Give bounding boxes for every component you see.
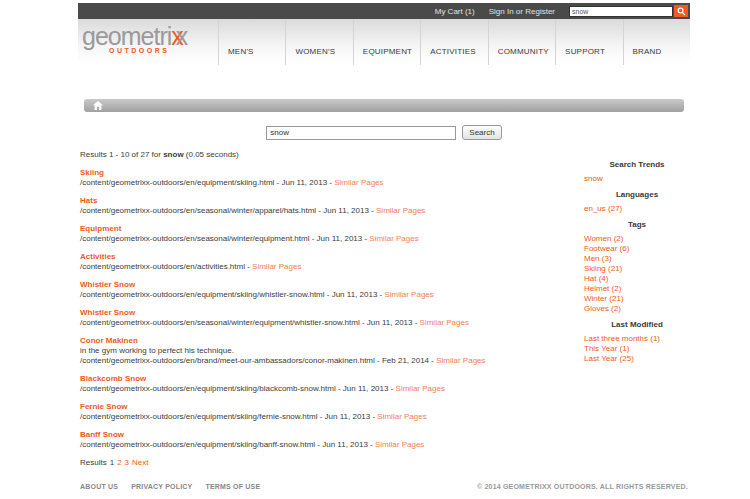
similar-pages-link[interactable]: Similar Pages (252, 262, 301, 271)
search-input[interactable] (266, 126, 456, 140)
result-title-link[interactable]: Equipment (80, 224, 564, 234)
nav-item-mens[interactable]: MEN'S (218, 19, 285, 65)
similar-pages-link[interactable]: Similar Pages (375, 440, 424, 449)
header-spacer (78, 65, 690, 99)
result-path: /content/geometrixx-outdoors/en/seasonal… (80, 206, 376, 215)
nav-item-activities[interactable]: ACTIVITIES (420, 19, 487, 65)
page-footer: ABOUT US PRIVACY POLICY TERMS OF USE © 2… (78, 476, 690, 490)
result-path: /content/geometrixx-outdoors/en/equipmen… (80, 384, 396, 393)
result-title-link[interactable]: Activities (80, 252, 564, 262)
result-title-link[interactable]: Whistler Snow (80, 308, 564, 318)
nav-item-equipment[interactable]: EQUIPMENT (353, 19, 420, 65)
search-facets-sidebar: Search TrendssnowLanguagesen_us (27)Tags… (584, 150, 690, 468)
sign-in-link[interactable]: Sign In or Register (489, 7, 555, 16)
result-title-link[interactable]: Skiing (80, 168, 564, 178)
result-title-link[interactable]: Conor Makinen (80, 336, 564, 346)
result-meta: /content/geometrixx-outdoors/en/activiti… (80, 262, 564, 272)
result-meta: /content/geometrixx-outdoors/en/equipmen… (80, 178, 564, 188)
nav-item-womens[interactable]: WOMEN'S (285, 19, 352, 65)
facet-link[interactable]: Hat (4) (584, 274, 690, 284)
footer-link-about-us[interactable]: ABOUT US (80, 483, 118, 490)
result-meta: /content/geometrixx-outdoors/en/equipmen… (80, 412, 564, 422)
results-column: Results 1 - 10 of 27 for snow (0.05 seco… (80, 150, 584, 468)
search-result: Fernie Snow/content/geometrixx-outdoors/… (80, 402, 564, 422)
page-canvas: My Cart (1) Sign In or Register geometri… (78, 3, 690, 490)
footer-link-privacy-policy[interactable]: PRIVACY POLICY (131, 483, 192, 490)
similar-pages-link[interactable]: Similar Pages (377, 412, 426, 421)
search-result: Equipment/content/geometrixx-outdoors/en… (80, 224, 564, 244)
result-meta: /content/geometrixx-outdoors/en/equipmen… (80, 290, 564, 300)
results-summary: Results 1 - 10 of 27 for snow (0.05 seco… (80, 150, 564, 160)
topbar-search-input[interactable] (569, 6, 673, 17)
copyright-text: © 2014 GEOMETRIXX OUTDOORS. ALL RIGHTS R… (477, 483, 688, 490)
nav-item-support[interactable]: SUPPORT (555, 19, 622, 65)
pagination-current-page: 1 (110, 458, 114, 467)
result-meta: /content/geometrixx-outdoors/en/brand/me… (80, 356, 564, 366)
top-utility-bar: My Cart (1) Sign In or Register (78, 3, 690, 19)
search-button[interactable]: Search (462, 125, 501, 140)
search-result: Skiing/content/geometrixx-outdoors/en/eq… (80, 168, 564, 188)
facet-link[interactable]: Helmet (2) (584, 284, 690, 294)
facet-link[interactable]: Footwear (6) (584, 244, 690, 254)
result-meta: /content/geometrixx-outdoors/en/equipmen… (80, 384, 564, 394)
facet-link[interactable]: Gloves (2) (584, 304, 690, 314)
similar-pages-link[interactable]: Similar Pages (376, 206, 425, 215)
similar-pages-link[interactable]: Similar Pages (369, 234, 418, 243)
similar-pages-link[interactable]: Similar Pages (436, 356, 485, 365)
logo-wordmark: geometrixx (82, 24, 218, 49)
result-title-link[interactable]: Whistler Snow (80, 280, 564, 290)
site-logo[interactable]: geometrixx OUTDOORS (78, 19, 218, 65)
pagination-page-3[interactable]: 3 (125, 458, 129, 467)
result-title-link[interactable]: Fernie Snow (80, 402, 564, 412)
result-path: /content/geometrixx-outdoors/en/equipmen… (80, 290, 384, 299)
result-meta: /content/geometrixx-outdoors/en/seasonal… (80, 234, 564, 244)
pagination-next-link[interactable]: Next (132, 458, 148, 467)
facet-link[interactable]: snow (584, 174, 690, 184)
main-content: Results 1 - 10 of 27 for snow (0.05 seco… (78, 140, 690, 468)
footer-link-terms-of-use[interactable]: TERMS OF USE (205, 483, 260, 490)
result-path: /content/geometrixx-outdoors/en/brand/me… (80, 356, 436, 365)
result-title-link[interactable]: Blackcomb Snow (80, 374, 564, 384)
nav-item-community[interactable]: COMMUNITY (488, 19, 555, 65)
search-result: Blackcomb Snow/content/geometrixx-outdoo… (80, 374, 564, 394)
search-result: Whistler Snow/content/geometrixx-outdoor… (80, 308, 564, 328)
facet-link[interactable]: Last three months (1) (584, 334, 690, 344)
result-title-link[interactable]: Hats (80, 196, 564, 206)
facet-link[interactable]: This Year (1) (584, 344, 690, 354)
result-meta: /content/geometrixx-outdoors/en/seasonal… (80, 318, 564, 328)
footer-links: ABOUT US PRIVACY POLICY TERMS OF USE (80, 483, 260, 490)
result-path: /content/geometrixx-outdoors/en/seasonal… (80, 234, 369, 243)
pagination: Results123Next (80, 458, 564, 468)
similar-pages-link[interactable]: Similar Pages (396, 384, 445, 393)
facet-link[interactable]: en_us (27) (584, 204, 690, 214)
similar-pages-link[interactable]: Similar Pages (420, 318, 469, 327)
similar-pages-link[interactable]: Similar Pages (334, 178, 383, 187)
search-result: Whistler Snow/content/geometrixx-outdoor… (80, 280, 564, 300)
search-result: Hats/content/geometrixx-outdoors/en/seas… (80, 196, 564, 216)
result-path: /content/geometrixx-outdoors/en/activiti… (80, 262, 252, 271)
result-meta: /content/geometrixx-outdoors/en/seasonal… (80, 206, 564, 216)
search-form: Search (78, 125, 690, 140)
magnifier-icon (677, 7, 686, 16)
result-path: /content/geometrixx-outdoors/en/equipmen… (80, 440, 375, 449)
facet-heading-search-trends: Search Trends (584, 160, 690, 170)
search-term: snow (163, 150, 183, 159)
results-list: Skiing/content/geometrixx-outdoors/en/eq… (80, 168, 564, 450)
nav-item-brand[interactable]: BRAND (623, 19, 690, 65)
facet-link[interactable]: Men (3) (584, 254, 690, 264)
facet-link[interactable]: Women (2) (584, 234, 690, 244)
logo-tagline: OUTDOORS (109, 47, 218, 54)
pagination-page-2[interactable]: 2 (117, 458, 121, 467)
home-icon[interactable] (93, 101, 103, 110)
topbar-search-button[interactable] (674, 5, 688, 17)
result-path: /content/geometrixx-outdoors/en/equipmen… (80, 178, 334, 187)
search-result: Banff Snow/content/geometrixx-outdoors/e… (80, 430, 564, 450)
pagination-label: Results (80, 458, 107, 467)
facet-link[interactable]: Last Year (25) (584, 354, 690, 364)
result-title-link[interactable]: Banff Snow (80, 430, 564, 440)
result-path: /content/geometrixx-outdoors/en/equipmen… (80, 412, 377, 421)
similar-pages-link[interactable]: Similar Pages (384, 290, 433, 299)
facet-link[interactable]: Skiing (21) (584, 264, 690, 274)
my-cart-link[interactable]: My Cart (1) (435, 7, 475, 16)
facet-link[interactable]: Winter (21) (584, 294, 690, 304)
